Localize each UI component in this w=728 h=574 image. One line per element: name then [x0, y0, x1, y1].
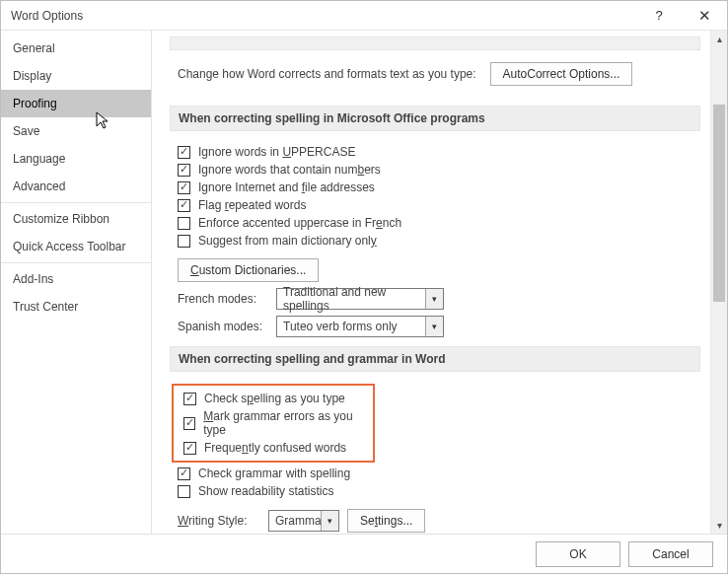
checkbox-icon[interactable] — [178, 199, 190, 212]
chevron-down-icon[interactable]: ▾ — [425, 317, 443, 336]
close-button[interactable]: ✕ — [682, 1, 727, 31]
check-flag-repeated[interactable]: Flag repeated words — [170, 196, 700, 214]
titlebar: Word Options ? ✕ — [1, 1, 727, 31]
check-frequently-confused[interactable]: Frequently confused words — [176, 439, 367, 457]
vertical-scrollbar[interactable]: ▴ ▾ — [710, 31, 727, 534]
section-heading-word-grammar: When correcting spelling and grammar in … — [170, 346, 700, 372]
sidebar-item-quick-access-toolbar[interactable]: Quick Access Toolbar — [1, 233, 151, 260]
sidebar-item-save[interactable]: Save — [1, 117, 151, 145]
dialog-footer: OK Cancel — [1, 534, 727, 573]
scroll-down-button[interactable]: ▾ — [711, 517, 727, 534]
sidebar: General Display Proofing Save Language A… — [1, 31, 152, 534]
french-modes-label: French modes: — [178, 292, 268, 306]
checkbox-icon[interactable] — [178, 217, 190, 230]
check-grammar-as-type[interactable]: Mark grammar errors as you type — [176, 407, 367, 439]
sidebar-separator — [1, 262, 151, 263]
check-main-dictionary[interactable]: Suggest from main dictionary only — [170, 232, 700, 250]
autocorrect-options-button[interactable]: AutoCorrect Options... — [490, 62, 633, 86]
sidebar-item-trust-center[interactable]: Trust Center — [1, 293, 151, 321]
sidebar-item-language[interactable]: Language — [1, 145, 151, 173]
sidebar-item-advanced[interactable]: Advanced — [1, 173, 151, 200]
help-button[interactable]: ? — [636, 1, 682, 31]
spanish-modes-combo[interactable]: Tuteo verb forms only ▾ — [276, 316, 444, 337]
checkbox-icon[interactable] — [183, 393, 196, 405]
checkbox-icon[interactable] — [183, 417, 195, 430]
check-ignore-internet[interactable]: Ignore Internet and file addresses — [170, 179, 700, 196]
writing-style-label: Writing Style: — [178, 514, 260, 528]
sidebar-item-proofing[interactable]: Proofing — [1, 90, 151, 117]
scroll-up-button[interactable]: ▴ — [711, 31, 727, 47]
check-readability-stats[interactable]: Show readability statistics — [170, 482, 700, 500]
ok-button[interactable]: OK — [536, 541, 620, 567]
section-heading-office-spelling: When correcting spelling in Microsoft Of… — [170, 106, 700, 131]
spanish-modes-label: Spanish modes: — [178, 320, 268, 333]
french-modes-combo[interactable]: Traditional and new spellings ▾ — [276, 288, 444, 310]
sidebar-separator — [1, 202, 151, 203]
sidebar-item-add-ins[interactable]: Add-Ins — [1, 265, 151, 293]
check-ignore-uppercase[interactable]: Ignore words in UPPERCASE — [170, 143, 700, 161]
chevron-down-icon[interactable]: ▾ — [321, 511, 338, 531]
writing-style-combo[interactable]: Grammar ▾ — [268, 510, 339, 532]
checkbox-icon[interactable] — [178, 235, 190, 248]
checkbox-icon[interactable] — [178, 146, 190, 159]
highlight-box: Check spelling as you type Mark grammar … — [172, 384, 375, 463]
custom-dictionaries-button[interactable]: Custom Dictionaries... — [178, 258, 319, 282]
scroll-thumb[interactable] — [713, 105, 725, 302]
check-grammar-with-spelling[interactable]: Check grammar with spelling — [170, 465, 700, 482]
cancel-button[interactable]: Cancel — [628, 541, 713, 567]
checkbox-icon[interactable] — [178, 164, 190, 177]
chevron-down-icon[interactable]: ▾ — [425, 289, 443, 309]
section-bar-top — [170, 36, 700, 50]
checkbox-icon[interactable] — [183, 442, 196, 455]
settings-button[interactable]: Settings... — [347, 509, 425, 533]
sidebar-item-general[interactable]: General — [1, 35, 151, 62]
checkbox-icon[interactable] — [178, 181, 190, 194]
checkbox-icon[interactable] — [178, 467, 190, 480]
sidebar-item-display[interactable]: Display — [1, 62, 151, 90]
checkbox-icon[interactable] — [178, 485, 190, 498]
sidebar-item-customize-ribbon[interactable]: Customize Ribbon — [1, 205, 151, 233]
autocorrect-intro-text: Change how Word corrects and formats tex… — [178, 67, 476, 81]
check-ignore-numbers[interactable]: Ignore words that contain numbers — [170, 161, 700, 179]
window-title: Word Options — [11, 9, 636, 23]
check-spelling-as-type[interactable]: Check spelling as you type — [176, 390, 367, 407]
content-pane: Change how Word corrects and formats tex… — [152, 31, 710, 534]
check-accented-french[interactable]: Enforce accented uppercase in French — [170, 214, 700, 232]
